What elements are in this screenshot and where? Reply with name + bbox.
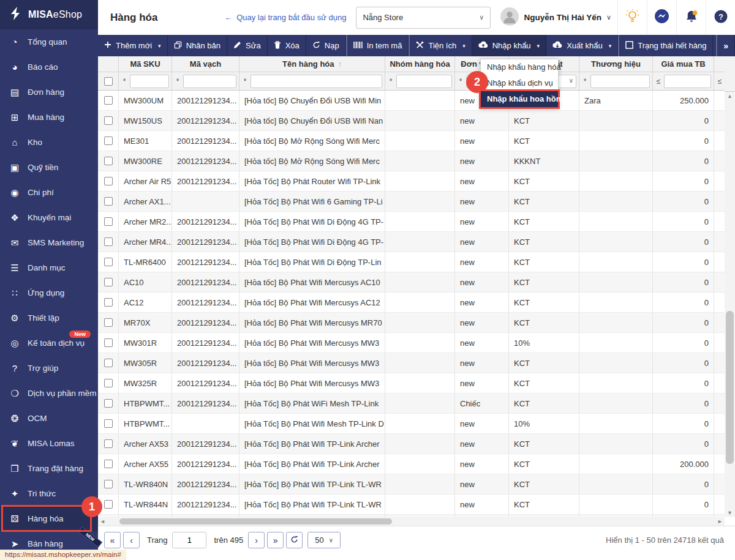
toolbar-button-in-tem-ma[interactable]: In tem mã xyxy=(346,35,409,56)
toolbar-button-xuat-khau[interactable]: Xuất khẩu▾ xyxy=(546,35,618,56)
messenger-button[interactable] xyxy=(647,0,676,35)
row-select-cell[interactable] xyxy=(98,131,119,151)
table-row[interactable]: TL-MR6400200121291234...[Hỏa Tốc] Bộ Phá… xyxy=(98,252,725,272)
product-name-link[interactable]: [Hỏa Tốc] Bộ Phát Wifi TP-Link Archer xyxy=(239,454,385,474)
vertical-scrollbar[interactable]: ▲ ▼ xyxy=(725,92,735,517)
vertical-scroll-thumb[interactable] xyxy=(726,311,734,464)
menu-item-nhap-khau-hang-hoa[interactable]: Nhập khẩu hàng hóa xyxy=(481,59,558,75)
sidebar-item-bao-cao[interactable]: ◕Báo cáo xyxy=(0,54,98,80)
product-name-link[interactable]: [Hỏa tốc] Bộ Phát Wifi Mercusys AC12 xyxy=(239,293,385,312)
table-row[interactable]: MW301R200121291234...[Hỏa tốc] Bộ Phát W… xyxy=(98,333,725,353)
row-select-cell[interactable] xyxy=(98,192,119,211)
table-row[interactable]: MR70X200121291234...[Hỏa tốc] Bộ Phát Wi… xyxy=(98,313,725,333)
row-checkbox[interactable] xyxy=(104,359,113,367)
column-header[interactable]: Mã vạch xyxy=(172,56,239,72)
toolbar-button-nap[interactable]: Nạp xyxy=(306,35,346,56)
filter-operator[interactable]: ≤ xyxy=(655,77,662,86)
toolbar-button-them-moi[interactable]: Thêm mới▾ xyxy=(98,35,168,56)
sidebar-item-khuyen-mai[interactable]: ❖Khuyến mại xyxy=(0,205,98,230)
table-row[interactable]: Archer AX1...[Hỏa Tốc] Bộ Phát Wifi 6 Ga… xyxy=(98,192,725,212)
row-select-cell[interactable] xyxy=(98,353,119,373)
filter-operator[interactable]: * xyxy=(388,77,394,86)
sidebar-item-dich-vu-phan-mem[interactable]: ❍Dịch vụ phần mềm xyxy=(0,381,98,406)
column-header[interactable] xyxy=(714,56,725,72)
row-select-cell[interactable] xyxy=(98,111,119,130)
row-select-cell[interactable] xyxy=(98,474,119,494)
product-name-link[interactable]: [Hỏa Tốc] Bộ Phát WiFi Mesh TP-Link xyxy=(239,394,385,413)
table-row[interactable]: MW300UM200121291234...[Hỏa tốc] Bộ Chuyể… xyxy=(98,91,725,111)
row-checkbox[interactable] xyxy=(104,419,113,428)
sidebar-item-chi-phi[interactable]: ◉Chi phí xyxy=(0,180,98,205)
sidebar-item-misa-lomas[interactable]: ❦MISA Lomas xyxy=(0,431,98,456)
filter-input[interactable] xyxy=(130,75,169,88)
sidebar-item-don-hang[interactable]: ▤Đơn hàng xyxy=(0,80,98,105)
sidebar-item-tong-quan[interactable]: ◔Tổng quan xyxy=(0,29,98,54)
product-name-link[interactable]: [Hỏa tốc] Bộ Mở Rộng Sóng Wifi Merc xyxy=(239,131,385,151)
filter-input[interactable] xyxy=(664,75,711,88)
column-header[interactable]: Thương hiệu xyxy=(579,56,653,72)
scroll-down-icon[interactable]: ▼ xyxy=(727,509,733,517)
row-select-cell[interactable] xyxy=(98,454,119,474)
table-row[interactable]: Archer MR4...200121291234...[Hỏa Tốc] Bộ… xyxy=(98,232,725,252)
last-page-button[interactable]: » xyxy=(267,532,284,548)
product-name-link[interactable]: [Hỏa Tốc] Bộ Phát Wifi TP-Link TL-WR xyxy=(239,474,385,494)
scroll-right-icon[interactable]: ► xyxy=(717,518,723,525)
product-name-link[interactable]: [Hỏa tốc] Bộ Phát Wifi Mercusys MW3 xyxy=(239,373,385,393)
table-row[interactable]: MW305R200121291234...[Hỏa tốc] Bộ Phát W… xyxy=(98,353,725,373)
toolbar-button-tien-ich[interactable]: Tiện ích▾ xyxy=(409,35,472,56)
row-select-cell[interactable] xyxy=(98,272,119,292)
toolbar-button-xoa[interactable]: Xóa xyxy=(268,35,306,56)
back-to-start-link[interactable]: ← Quay lại trang bắt đầu sử dụng xyxy=(224,13,346,22)
scroll-up-icon[interactable]: ▲ xyxy=(727,92,733,100)
row-checkbox[interactable] xyxy=(104,258,113,266)
column-header[interactable]: Nhóm hàng hóa xyxy=(385,56,455,72)
row-checkbox[interactable] xyxy=(104,318,113,327)
row-checkbox[interactable] xyxy=(104,338,113,347)
product-name-link[interactable]: [Hỏa Tốc] Bộ Phát Wifi Di Động TP-Lin xyxy=(239,252,385,272)
row-checkbox[interactable] xyxy=(104,237,113,246)
table-row[interactable]: Archer AX53200121291234...[Hỏa Tốc] Bộ P… xyxy=(98,434,725,454)
select-all-cell[interactable] xyxy=(98,72,119,91)
row-checkbox[interactable] xyxy=(104,96,113,105)
row-select-cell[interactable] xyxy=(98,232,119,252)
row-select-cell[interactable] xyxy=(98,333,119,353)
product-name-link[interactable]: [Hỏa tốc] Bộ Chuyển Đổi USB Wifi Nan xyxy=(239,111,385,130)
table-row[interactable]: TL-WR840N200121291234...[Hỏa Tốc] Bộ Phá… xyxy=(98,474,725,495)
next-page-button[interactable]: › xyxy=(248,532,265,548)
row-checkbox[interactable] xyxy=(104,157,113,165)
notifications-button[interactable] xyxy=(676,0,706,35)
sidebar-item-kho[interactable]: ⌂Kho xyxy=(0,130,98,155)
reload-button[interactable] xyxy=(286,532,303,548)
product-name-link[interactable]: [Hỏa tốc] Bộ Mở Rộng Sóng Wifi Merc xyxy=(239,151,385,171)
row-checkbox[interactable] xyxy=(104,298,113,307)
filter-operator[interactable]: * xyxy=(458,77,464,86)
row-checkbox[interactable] xyxy=(104,439,113,448)
column-header[interactable]: Tên hàng hóa↑ xyxy=(239,56,385,72)
row-checkbox[interactable] xyxy=(104,278,113,286)
product-name-link[interactable]: [Hỏa tốc] Bộ Chuyển Đổi USB Wifi Min xyxy=(239,91,385,110)
row-checkbox[interactable] xyxy=(104,197,113,206)
row-checkbox[interactable] xyxy=(104,217,113,226)
sidebar-item-ocm[interactable]: ❂OCM xyxy=(0,406,98,431)
row-checkbox[interactable] xyxy=(104,379,113,387)
row-select-cell[interactable] xyxy=(98,313,119,332)
page-size-select[interactable]: 50 ∨ xyxy=(307,532,341,548)
row-checkbox[interactable] xyxy=(104,177,113,185)
toolbar-button-nhap-khau[interactable]: Nhập khẩu▾ xyxy=(472,35,546,56)
select-all-checkbox[interactable] xyxy=(104,77,113,86)
product-name-link[interactable]: [Hỏa Tốc] Bộ Phát Router Wifi TP-Link xyxy=(239,171,385,191)
row-checkbox[interactable] xyxy=(104,460,113,468)
table-row[interactable]: ME301200121291234...[Hỏa tốc] Bộ Mở Rộng… xyxy=(98,131,725,151)
page-number-input[interactable] xyxy=(172,532,206,548)
table-row[interactable]: Archer Air R5200121291234...[Hỏa Tốc] Bộ… xyxy=(98,171,725,192)
product-name-link[interactable]: [Hỏa Tốc] Bộ Phát Wifi Di Động 4G TP- xyxy=(239,232,385,252)
whats-new-button[interactable] xyxy=(617,0,647,35)
row-select-cell[interactable] xyxy=(98,293,119,312)
product-name-link[interactable]: [Hỏa tốc] Bộ Phát Wifi Mercusys MR70 xyxy=(239,313,385,332)
row-select-cell[interactable] xyxy=(98,91,119,110)
sidebar-item-mua-hang[interactable]: ⊞Mua hàng xyxy=(0,105,98,130)
row-checkbox[interactable] xyxy=(104,116,113,125)
table-row[interactable]: MW300RE200121291234...[Hỏa tốc] Bộ Mở Rộ… xyxy=(98,151,725,171)
product-name-link[interactable]: [Hỏa tốc] Bộ Phát Wifi Mercusys MW3 xyxy=(239,333,385,353)
table-row[interactable]: HTBPWMT...[Hỏa Tốc] Bộ Phát Wifi Mesh TP… xyxy=(98,414,725,434)
